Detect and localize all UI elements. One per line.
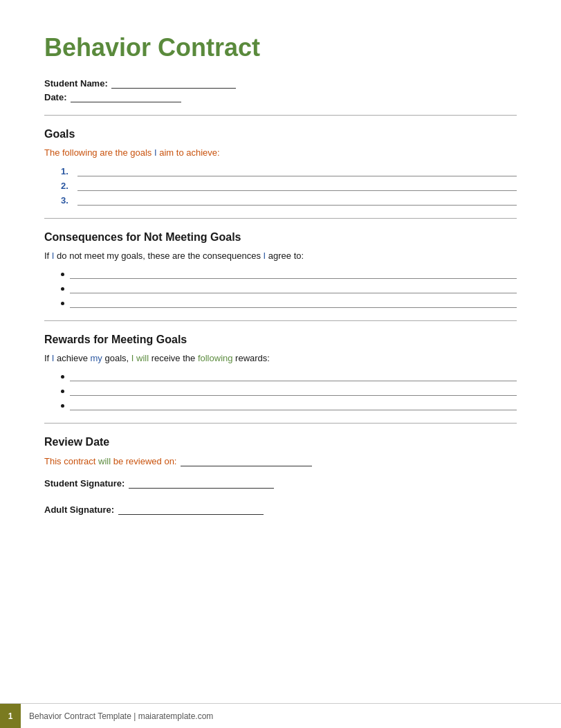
adult-signature-row: Adult Signature: [44, 504, 517, 515]
divider-4 [44, 423, 517, 424]
page-footer: 1 Behavior Contract Template | maiaratem… [0, 703, 561, 728]
consequences-section: Consequences for Not Meeting Goals If I … [44, 231, 517, 308]
review-title: Review Date [44, 436, 517, 448]
review-section: Review Date This contract will be review… [44, 436, 517, 515]
consequences-intro: If I do not meet my goals, these are the… [44, 251, 517, 261]
rewards-intro: If I achieve my goals, I will receive th… [44, 353, 517, 363]
reward-item-1 [61, 372, 517, 381]
goals-title: Goals [44, 128, 517, 140]
page-number: 1 [0, 704, 21, 729]
rewards-list [61, 372, 517, 410]
student-name-underline [111, 78, 236, 89]
consequence-item-1 [61, 269, 517, 279]
review-date-underline [181, 455, 312, 466]
page-title: Behavior Contract [44, 33, 517, 62]
divider-1 [44, 115, 517, 116]
rewards-section: Rewards for Meeting Goals If I achieve m… [44, 334, 517, 410]
divider-2 [44, 218, 517, 219]
divider-3 [44, 320, 517, 321]
student-sig-underline [129, 477, 274, 489]
goal-item-1: 1. [61, 166, 517, 176]
date-underline [71, 91, 181, 102]
rewards-title: Rewards for Meeting Goals [44, 334, 517, 346]
reward-item-3 [61, 401, 517, 410]
consequences-title: Consequences for Not Meeting Goals [44, 231, 517, 244]
footer-text: Behavior Contract Template | maiaratempl… [29, 711, 213, 721]
adult-sig-underline [118, 504, 264, 515]
student-name-field: Student Name: [44, 78, 517, 89]
consequence-item-2 [61, 284, 517, 293]
student-signature-row: Student Signature: [44, 477, 517, 489]
reward-item-2 [61, 386, 517, 396]
consequences-list [61, 269, 517, 308]
goals-section: Goals The following are the goals I aim … [44, 128, 517, 206]
consequence-item-3 [61, 298, 517, 308]
goal-item-3: 3. [61, 195, 517, 206]
review-intro: This contract will be reviewed on: [44, 455, 517, 466]
goals-list: 1. 2. 3. [61, 166, 517, 206]
goals-intro: The following are the goals I aim to ach… [44, 147, 517, 158]
goal-item-2: 2. [61, 181, 517, 191]
date-field: Date: [44, 91, 517, 102]
document-page: Behavior Contract Student Name: Date: Go… [0, 0, 561, 728]
